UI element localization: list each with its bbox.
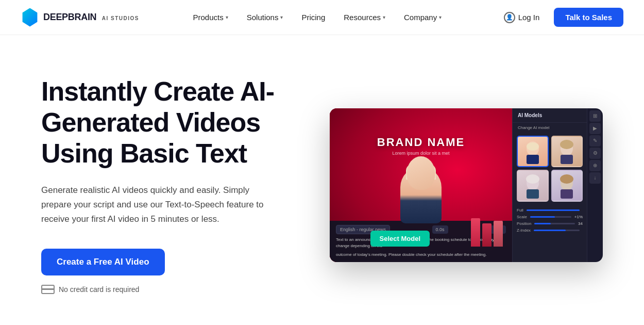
product-screenshot: BRAND NAME Lorem ipsum dolor sit a met bbox=[330, 108, 603, 262]
avatar-1-graphic bbox=[522, 138, 543, 164]
ctrl-val-scale: +1% bbox=[574, 215, 583, 219]
hero-title: Instantly Create AI-Generated Videos Usi… bbox=[41, 76, 299, 169]
ctrl-slider-scale[interactable] bbox=[530, 216, 571, 218]
hero-left: Instantly Create AI-Generated Videos Usi… bbox=[41, 76, 299, 294]
credit-card-icon bbox=[41, 285, 55, 294]
svg-point-7 bbox=[526, 174, 539, 184]
hero-mockup: BRAND NAME Lorem ipsum dolor sit a met bbox=[330, 108, 603, 262]
ctrl-slider-full[interactable] bbox=[527, 209, 580, 211]
brand-name: DEEPBRAIN bbox=[43, 12, 96, 22]
ctrl-label-scale: Scale bbox=[517, 215, 527, 219]
avatar-head bbox=[407, 156, 435, 190]
mockup-video-area: BRAND NAME Lorem ipsum dolor sit a met bbox=[330, 108, 512, 262]
model-card-2[interactable] bbox=[551, 136, 583, 168]
user-icon: 👤 bbox=[504, 12, 515, 23]
svg-point-1 bbox=[527, 142, 539, 151]
talk-to-sales-button[interactable]: Talk to Sales bbox=[554, 8, 623, 27]
panel-icon-strip: ⊞ ▶ ✎ ⚙ ⊕ ↓ bbox=[587, 108, 603, 262]
no-credit-note: No credit card is required bbox=[41, 285, 299, 294]
create-free-video-button[interactable]: Create a Free AI Video bbox=[41, 249, 165, 275]
panel-title: AI Models bbox=[513, 108, 587, 123]
time-start: 0.0s bbox=[432, 225, 448, 234]
svg-rect-11 bbox=[561, 189, 573, 199]
chevron-down-icon: ▾ bbox=[383, 14, 385, 20]
video-brand-sub: Lorem ipsum dolor sit a met bbox=[377, 151, 465, 156]
chevron-down-icon: ▾ bbox=[280, 14, 283, 20]
svg-point-10 bbox=[560, 174, 573, 184]
panel-icon-5[interactable]: ⊕ bbox=[589, 160, 601, 171]
logo[interactable]: DEEPBRAIN AI STUDIOS bbox=[21, 8, 139, 27]
chevron-down-icon: ▾ bbox=[226, 14, 228, 20]
nav-links: Products ▾ Solutions ▾ Pricing Resources… bbox=[186, 9, 449, 26]
panel-icon-4[interactable]: ⚙ bbox=[589, 148, 601, 159]
video-brand-name: BRAND NAME bbox=[377, 136, 465, 149]
ctrl-label-position: Position bbox=[517, 221, 531, 226]
panel-icon-3[interactable]: ✎ bbox=[589, 135, 601, 147]
ctrl-slider-zindex[interactable] bbox=[534, 230, 580, 231]
svg-point-4 bbox=[560, 140, 573, 149]
lipstick-products bbox=[471, 218, 503, 247]
script-text-line2: outcome of today's meeting. Please doubl… bbox=[336, 252, 506, 258]
panel-icon-2[interactable]: ▶ bbox=[589, 123, 601, 134]
select-model-button[interactable]: Select Model bbox=[370, 231, 430, 247]
nav-resources[interactable]: Resources ▾ bbox=[336, 9, 393, 26]
avatar-2-graphic bbox=[556, 138, 577, 164]
panel-controls: Full Scale +1% bbox=[513, 205, 587, 236]
navbar: DEEPBRAIN AI STUDIOS Products ▾ Solution… bbox=[0, 0, 644, 35]
ctrl-val-position: 34 bbox=[578, 221, 583, 226]
nav-company[interactable]: Company ▾ bbox=[397, 9, 449, 26]
ctrl-label-zindex: Z-Index bbox=[517, 228, 531, 233]
nav-actions: 👤 Log In Talk to Sales bbox=[496, 8, 623, 27]
avatar-4-graphic bbox=[556, 173, 577, 199]
login-button[interactable]: 👤 Log In bbox=[496, 8, 548, 27]
svg-rect-8 bbox=[527, 189, 539, 199]
video-brand-overlay: BRAND NAME Lorem ipsum dolor sit a met bbox=[377, 136, 465, 156]
lipstick-3 bbox=[494, 221, 503, 247]
ctrl-slider-position[interactable] bbox=[534, 223, 575, 224]
logo-icon bbox=[21, 8, 39, 27]
panel-icon-6[interactable]: ↓ bbox=[589, 172, 601, 184]
brand-sub: AI STUDIOS bbox=[102, 15, 139, 21]
ai-avatar-body bbox=[400, 167, 442, 223]
hero-description: Generate realistic AI videos quickly and… bbox=[41, 183, 278, 226]
lipstick-1 bbox=[471, 218, 480, 247]
nav-solutions[interactable]: Solutions ▾ bbox=[240, 9, 291, 26]
hero-section: Instantly Create AI-Generated Videos Usi… bbox=[0, 35, 644, 325]
lipstick-2 bbox=[482, 223, 492, 247]
nav-pricing[interactable]: Pricing bbox=[294, 9, 332, 26]
model-card-3[interactable] bbox=[517, 170, 549, 202]
chevron-down-icon: ▾ bbox=[439, 14, 442, 20]
model-grid bbox=[513, 133, 587, 205]
panel-icon-1[interactable]: ⊞ bbox=[589, 110, 601, 122]
svg-rect-2 bbox=[527, 155, 539, 164]
panel-subtitle: Change AI model bbox=[518, 125, 549, 130]
ai-models-panel: AI Models Change AI model bbox=[512, 108, 587, 262]
avatar-3-graphic bbox=[522, 173, 543, 199]
ctrl-label-full: Full bbox=[517, 208, 523, 213]
model-card-4[interactable] bbox=[551, 170, 583, 202]
nav-products[interactable]: Products ▾ bbox=[186, 9, 235, 26]
model-card-1[interactable] bbox=[517, 136, 549, 168]
svg-rect-5 bbox=[561, 155, 573, 164]
